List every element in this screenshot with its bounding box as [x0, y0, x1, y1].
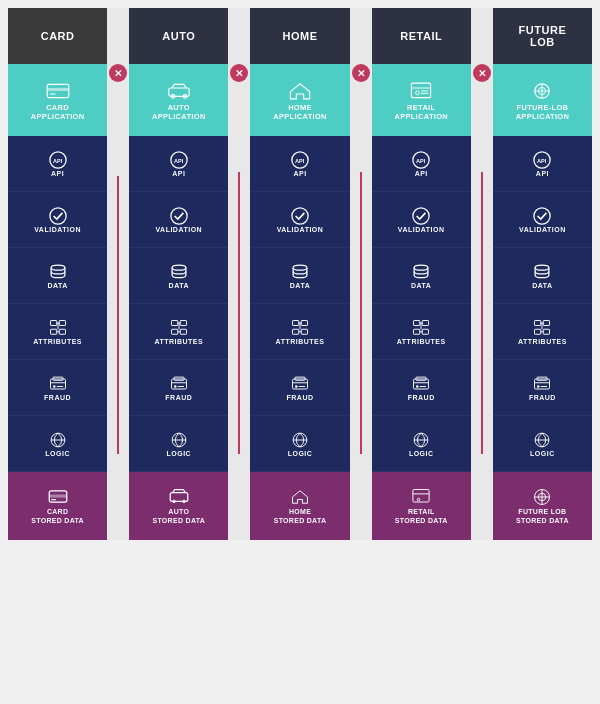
home-fraud-icon [290, 374, 310, 394]
svg-point-62 [295, 385, 298, 388]
auto-fraud-icon [169, 374, 189, 394]
connector-1: ✕ [107, 8, 129, 540]
svg-rect-34 [180, 329, 186, 334]
auto-middle: API API VALIDATION [129, 136, 228, 472]
svg-rect-75 [414, 321, 420, 326]
validation-icon [48, 206, 68, 226]
x-circle-2: ✕ [230, 64, 248, 82]
svg-rect-53 [301, 321, 307, 326]
svg-rect-102 [535, 329, 541, 334]
card-logic: LOGIC [8, 416, 107, 472]
retail-api: API API [372, 136, 471, 192]
x-circle-1: ✕ [109, 64, 127, 82]
svg-text:API: API [295, 158, 305, 164]
svg-rect-22 [49, 494, 67, 497]
retail-validation: VALIDATION [372, 192, 471, 248]
card-app-label: CARDAPPLICATION [31, 103, 85, 121]
x-circle-3: ✕ [352, 64, 370, 82]
svg-text:API: API [174, 158, 184, 164]
svg-point-99 [536, 265, 550, 270]
home-header-label: HOME [283, 30, 318, 42]
card-api-label: API [51, 170, 64, 177]
svg-rect-2 [49, 93, 55, 94]
x-circle-4: ✕ [473, 64, 491, 82]
svg-rect-9 [50, 329, 56, 334]
svg-point-41 [174, 385, 177, 388]
future-lob-app-label: FUTURE-LOBAPPLICATION [516, 103, 570, 121]
home-logic: LOGIC [250, 416, 349, 472]
svg-rect-66 [412, 83, 431, 97]
svg-rect-100 [535, 321, 541, 326]
retail-logic: LOGIC [372, 416, 471, 472]
home-stored-data: HOMESTORED DATA [250, 472, 349, 540]
auto-logic-icon [169, 430, 189, 450]
auto-data: DATA [129, 248, 228, 304]
card-app-icon [46, 79, 70, 103]
api-icon: API [48, 150, 68, 170]
future-lob-fraud: FRAUD [493, 360, 592, 416]
retail-data: DATA [372, 248, 471, 304]
svg-point-98 [534, 208, 550, 224]
home-validation: VALIDATION [250, 192, 349, 248]
home-stored-data-label: HOMESTORED DATA [274, 507, 327, 525]
home-logic-icon [290, 430, 310, 450]
home-stored-data-icon [290, 487, 310, 507]
future-lob-middle: API API VALIDATION [493, 136, 592, 472]
home-data: DATA [250, 248, 349, 304]
svg-rect-7 [50, 321, 56, 326]
retail-middle: API API VALIDATION [372, 136, 471, 472]
card-data-label: DATA [47, 282, 67, 289]
card-attributes: ATTRIBUTES [8, 304, 107, 360]
column-retail: RETAIL RETAILAPPLICATION API [372, 8, 471, 540]
auto-attributes: ATTRIBUTES [129, 304, 228, 360]
column-auto: AUTO AUTOAPPLICATION API API [129, 8, 228, 540]
connector-3: ✕ [350, 8, 372, 540]
retail-stored-data-label: RETAILSTORED DATA [395, 507, 448, 525]
auto-header-label: AUTO [162, 30, 195, 42]
future-lob-stored-data-label: FUTURE LOBSTORED DATA [516, 507, 569, 525]
home-middle: API API VALIDATION [250, 136, 349, 472]
card-logic-label: LOGIC [45, 450, 70, 457]
svg-point-73 [413, 208, 429, 224]
svg-point-17 [53, 385, 56, 388]
svg-rect-89 [413, 489, 429, 502]
svg-rect-78 [422, 329, 428, 334]
card-header-label: CARD [41, 30, 75, 42]
svg-rect-76 [422, 321, 428, 326]
main-container: CARD CARDAPPLICATION API [8, 8, 592, 540]
svg-rect-33 [171, 329, 177, 334]
future-lob-attributes: ATTRIBUTES [493, 304, 592, 360]
card-stored-data-label: CARDSTORED DATA [31, 507, 84, 525]
card-fraud-label: FRAUD [44, 394, 71, 401]
retail-stored-data: RETAILSTORED DATA [372, 472, 471, 540]
future-lob-api: API API [493, 136, 592, 192]
future-lob-stored-data: FUTURE LOBSTORED DATA [493, 472, 592, 540]
card-attributes-label: ATTRIBUTES [33, 338, 82, 345]
home-attributes: ATTRIBUTES [250, 304, 349, 360]
retail-app-icon [409, 79, 433, 103]
svg-point-50 [292, 208, 308, 224]
auto-validation-icon [169, 206, 189, 226]
auto-stored-data: AUTOSTORED DATA [129, 472, 228, 540]
svg-text:API: API [53, 158, 63, 164]
card-stored-data: CARDSTORED DATA [8, 472, 107, 540]
svg-rect-45 [170, 493, 188, 502]
connector-2: ✕ [228, 8, 250, 540]
future-lob-header: FUTURELOB [493, 8, 592, 64]
home-app-label: HOMEAPPLICATION [273, 103, 327, 121]
auto-api-icon: API [169, 150, 189, 170]
retail-fraud: FRAUD [372, 360, 471, 416]
svg-rect-55 [301, 329, 307, 334]
attributes-icon [48, 318, 68, 338]
auto-stored-data-icon [169, 487, 189, 507]
auto-app-label: AUTOAPPLICATION [152, 103, 206, 121]
svg-rect-32 [180, 321, 186, 326]
future-lob-data: DATA [493, 248, 592, 304]
svg-rect-1 [47, 88, 69, 91]
svg-rect-31 [171, 321, 177, 326]
data-icon [48, 262, 68, 282]
future-lob-app-block: FUTURE-LOBAPPLICATION [493, 64, 592, 136]
svg-point-91 [417, 498, 420, 501]
svg-point-68 [416, 91, 420, 95]
auto-stored-data-label: AUTOSTORED DATA [152, 507, 205, 525]
